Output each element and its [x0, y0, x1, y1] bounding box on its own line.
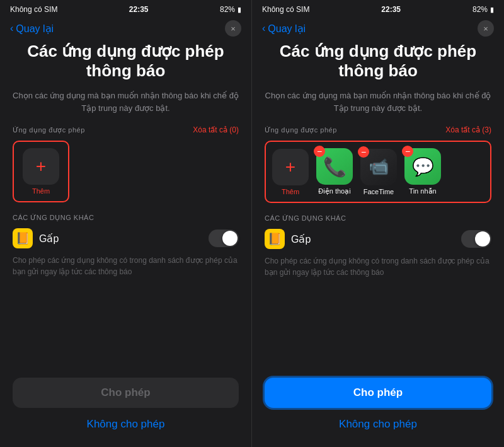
section-action-left[interactable]: Xóa tất cả (0)	[193, 125, 239, 134]
toggle-row-right: 📙 Gấp	[265, 229, 491, 249]
phone-app-label: Điện thoại	[318, 187, 350, 195]
messages-app-item[interactable]: 💬 − Tin nhắn	[404, 148, 441, 195]
toggle-row-left: 📙 Gấp	[13, 228, 239, 248]
content-left: Các ứng dụng được phép thông báo Chọn cá…	[0, 42, 251, 371]
back-button-left[interactable]: ‹ Quay lại	[10, 23, 54, 35]
facetime-app-item[interactable]: 📹 − FaceTime	[360, 149, 397, 195]
add-label-left: Thêm	[32, 187, 50, 195]
page-subtitle-right: Chọn các ứng dụng mà bạn muốn nhận thông…	[265, 90, 491, 114]
section-title-right: Ứng dụng được phép	[265, 126, 337, 134]
time-right: 22:35	[381, 5, 401, 14]
gap-icon-right: 📙	[265, 229, 285, 249]
phone-app-item[interactable]: 📞 − Điện thoại	[316, 148, 353, 195]
messages-app-label: Tin nhắn	[409, 187, 436, 195]
gap-label-right: Gấp	[291, 233, 455, 245]
section-action-right[interactable]: Xóa tất cả (3)	[445, 125, 491, 134]
back-button-right[interactable]: ‹ Quay lại	[262, 23, 306, 35]
page-title-right: Các ứng dụng được phép thông báo	[265, 42, 491, 81]
close-icon-left: ×	[231, 24, 236, 33]
gap-toggle-left[interactable]	[209, 229, 239, 247]
messages-app-icon: 💬 −	[404, 148, 441, 185]
page-subtitle-left: Chọn các ứng dụng mà bạn muốn nhận thông…	[13, 90, 239, 114]
close-icon-right: ×	[483, 24, 488, 33]
nav-bar-left: ‹ Quay lại ×	[0, 18, 251, 42]
carrier-left: Không có SIM	[10, 5, 57, 14]
time-left: 22:35	[129, 5, 149, 14]
close-button-left[interactable]: ×	[225, 20, 241, 37]
add-label-right: Thêm	[282, 188, 299, 195]
carrier-right: Không có SIM	[262, 5, 309, 14]
allow-button-left[interactable]: Cho phép	[13, 378, 239, 408]
nav-bar-right: ‹ Quay lại ×	[252, 18, 504, 42]
battery-icon-left: ▮	[238, 6, 241, 14]
toggle-knob-right	[475, 231, 490, 247]
section-header-right: Ứng dụng được phép Xóa tất cả (3)	[265, 125, 491, 134]
bottom-buttons-right: Cho phép Không cho phép	[252, 371, 504, 447]
content-right: Các ứng dụng được phép thông báo Chọn cá…	[252, 42, 504, 371]
status-bar-left: Không có SIM 22:35 82% ▮	[0, 0, 251, 18]
gap-label-left: Gấp	[39, 233, 202, 245]
section-header-left: Ứng dụng được phép Xóa tất cả (0)	[13, 125, 239, 134]
battery-left: 82% ▮	[220, 5, 241, 14]
status-bar-right: Không có SIM 22:35 82% ▮	[252, 0, 504, 18]
gap-toggle-right[interactable]	[461, 230, 491, 248]
close-button-right[interactable]: ×	[478, 20, 494, 37]
add-app-button-left[interactable]: +	[23, 148, 59, 185]
app-grid-right: + Thêm 📞 − Điện thoại 📹 − FaceTime	[265, 141, 491, 203]
chevron-left-icon-right: ‹	[262, 23, 265, 34]
battery-icon-right: ▮	[490, 6, 494, 14]
left-phone-screen: Không có SIM 22:35 82% ▮ ‹ Quay lại × Cá…	[0, 0, 252, 447]
app-grid-left: +Thêm	[13, 141, 239, 202]
page-title-left: Các ứng dụng được phép thông báo	[13, 42, 239, 81]
facetime-app-label: FaceTime	[364, 188, 394, 195]
bottom-buttons-left: Cho phép Không cho phép	[0, 371, 251, 447]
other-apps-label-right: CÁC ỨNG DỤNG KHÁC	[265, 214, 491, 223]
other-apps-label-left: CÁC ỨNG DỤNG KHÁC	[13, 214, 239, 222]
toggle-knob-left	[222, 231, 238, 246]
right-phone-screen: Không có SIM 22:35 82% ▮ ‹ Quay lại × Cá…	[252, 0, 504, 447]
remove-badge-messages: −	[402, 146, 413, 157]
allow-button-right[interactable]: Cho phép	[265, 378, 491, 408]
phone-app-icon: 📞 −	[316, 148, 353, 185]
section-title-left: Ứng dụng được phép	[13, 126, 85, 134]
chevron-left-icon: ‹	[10, 23, 13, 34]
helper-text-left: Cho phép các ứng dụng không có trong dan…	[13, 255, 239, 277]
battery-right: 82% ▮	[472, 5, 494, 14]
helper-text-right: Cho phép các ứng dụng không có trong dan…	[265, 255, 491, 278]
deny-button-right[interactable]: Không cho phép	[265, 414, 491, 434]
facetime-app-icon: 📹 −	[360, 149, 397, 185]
deny-button-left[interactable]: Không cho phép	[13, 414, 239, 434]
add-app-item-right[interactable]: + Thêm	[272, 149, 309, 195]
gap-icon-left: 📙	[13, 228, 33, 248]
add-icon-right: +	[272, 149, 309, 185]
remove-badge-facetime: −	[358, 146, 369, 158]
